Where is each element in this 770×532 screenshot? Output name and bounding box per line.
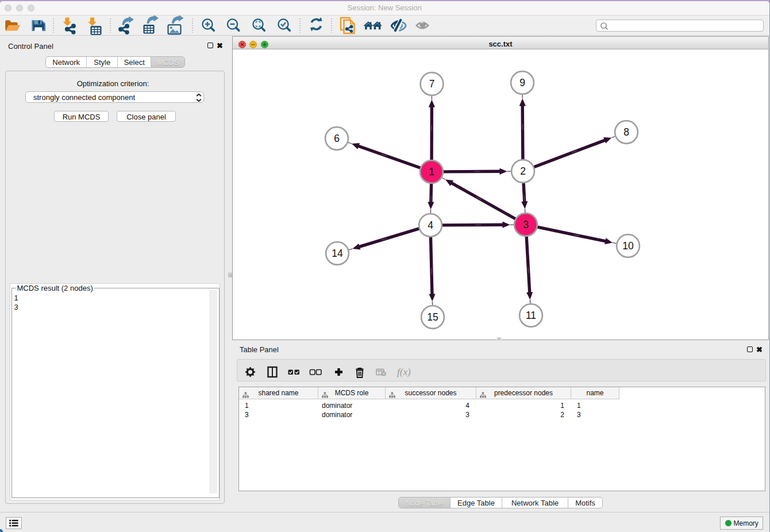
- svg-text:8: 8: [623, 126, 629, 138]
- svg-text:7: 7: [429, 78, 435, 90]
- svg-text:10: 10: [622, 240, 634, 252]
- svg-text:6: 6: [334, 133, 340, 144]
- svg-text:4: 4: [428, 219, 433, 231]
- svg-text:11: 11: [526, 310, 536, 321]
- svg-text:3: 3: [523, 219, 529, 230]
- svg-text:1: 1: [429, 166, 434, 178]
- svg-text:2: 2: [520, 165, 526, 177]
- svg-text:14: 14: [332, 248, 343, 259]
- svg-text:f(x): f(x): [397, 367, 411, 377]
- svg-text:9: 9: [519, 77, 525, 88]
- svg-text:15: 15: [427, 311, 438, 323]
